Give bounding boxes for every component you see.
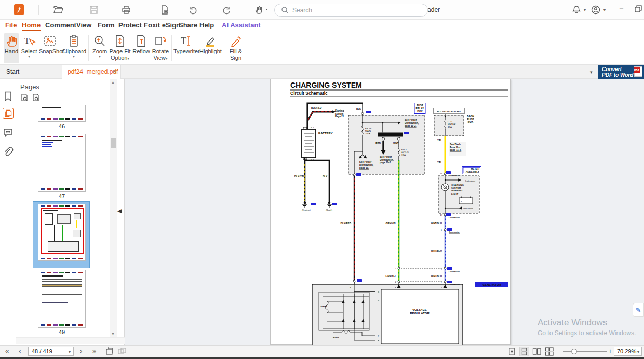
thumbnails-scrollbar[interactable]: ▲ ▼ xyxy=(110,79,117,337)
facing-view-icon[interactable] xyxy=(532,347,542,356)
connector-tag xyxy=(447,267,452,270)
highlight-icon xyxy=(204,34,217,48)
new-window-icon[interactable] xyxy=(105,347,114,356)
rotate-view-button[interactable]: Rotate View▾ xyxy=(151,33,170,63)
menu-foxit-esign[interactable]: Foxit eSign xyxy=(144,21,180,29)
export-page-icon[interactable] xyxy=(159,5,170,15)
snapshot-button[interactable]: SnapShot xyxy=(39,33,61,63)
thumbnail-47[interactable]: 47 xyxy=(32,134,92,199)
svg-text:T: T xyxy=(24,36,30,45)
connector-tag xyxy=(404,132,409,134)
svg-text:T: T xyxy=(181,36,186,46)
page-preview-icon[interactable] xyxy=(20,93,29,102)
single-page-view-icon[interactable] xyxy=(507,347,517,356)
continuous-facing-view-icon[interactable] xyxy=(544,347,554,356)
scrollbar-thumb[interactable] xyxy=(111,138,116,148)
notifications-bell-icon[interactable] xyxy=(571,5,582,15)
menu-comment[interactable]: Comment xyxy=(45,21,76,29)
schematic-label: 1 xyxy=(441,281,442,284)
scroll-up-icon[interactable]: ▲ xyxy=(111,80,115,84)
page-number-input[interactable]: 48 / 419 ▾ xyxy=(28,347,74,356)
thumbnails-hscrollbar[interactable] xyxy=(16,337,125,344)
redo-icon[interactable] xyxy=(221,5,232,15)
restore-button[interactable] xyxy=(635,5,642,13)
caret-down-icon[interactable]: ▾ xyxy=(603,8,606,12)
schematic-label: Connector xyxy=(449,216,460,219)
clipboard-button[interactable]: Clipboard ▾ xyxy=(62,33,86,63)
linked-pages-icon[interactable] xyxy=(117,347,127,356)
account-icon[interactable] xyxy=(591,5,601,15)
fill-sign-button[interactable]: Fill & Sign xyxy=(226,33,245,63)
schematic-label: WHT/BLU xyxy=(431,222,442,225)
close-tab-icon[interactable]: × xyxy=(113,68,116,75)
tab-document[interactable]: pdf24_merged.pdf × xyxy=(62,65,121,79)
pages-panel-icon[interactable] xyxy=(3,108,14,119)
first-page-button[interactable]: « xyxy=(5,347,9,355)
schematic-label: YEL xyxy=(437,139,442,142)
thumbnail-48-selected[interactable]: 48 xyxy=(32,204,92,268)
comments-panel-icon[interactable] xyxy=(3,127,14,138)
schematic-label: WHT/BLU xyxy=(431,250,442,252)
zoom-out-button[interactable]: − xyxy=(556,347,560,355)
caret-down-icon[interactable]: ▾ xyxy=(69,350,71,354)
search-input[interactable] xyxy=(292,5,417,15)
schematic-label: CHARGING SYSTEM xyxy=(290,81,362,89)
search-icon xyxy=(281,6,289,15)
pdf-page[interactable]: +− xyxy=(270,79,511,345)
select-button[interactable]: T Select ▾ xyxy=(20,33,38,63)
thumbnail-46[interactable]: 46 xyxy=(32,105,92,129)
menu-protect[interactable]: Protect xyxy=(118,21,142,29)
thumbnail-number: 49 xyxy=(32,329,92,335)
tab-list-caret-icon[interactable]: ▾ xyxy=(590,70,593,75)
document-area[interactable]: +− xyxy=(125,79,644,345)
menu-help[interactable]: Help xyxy=(199,21,214,29)
zoom-in-button[interactable]: + xyxy=(608,347,612,355)
thumbnail-49[interactable]: 49 xyxy=(32,270,92,335)
zoom-button[interactable]: Zoom ▾ xyxy=(91,33,108,63)
caret-down-icon[interactable]: ▾ xyxy=(637,350,639,354)
highlight-button[interactable]: Highlight xyxy=(199,33,221,63)
menu-form[interactable]: Form xyxy=(98,21,115,29)
open-file-icon[interactable] xyxy=(53,5,63,15)
zoom-slider-track[interactable] xyxy=(563,351,607,352)
status-bar: « ‹ 48 / 419 ▾ › » − + 70.29% ▾ xyxy=(0,345,644,357)
reflow-button[interactable]: Reflow xyxy=(132,33,151,63)
minimize-button[interactable]: − xyxy=(619,4,624,13)
main-area: Pages 46 47 xyxy=(0,79,644,345)
page-fit-option-button[interactable]: Page Fit Option▾ xyxy=(108,33,132,63)
search-box[interactable] xyxy=(274,4,428,17)
page-search-icon[interactable] xyxy=(32,93,40,102)
menu-file[interactable]: File xyxy=(5,21,17,29)
hand-button[interactable]: Hand xyxy=(4,33,19,63)
continuous-view-icon[interactable] xyxy=(519,347,529,356)
schematic-label: YEL xyxy=(437,161,442,164)
convert-pdf-to-word-badge[interactable]: Convert PDF to Word PDF xyxy=(598,65,644,79)
floating-pen-button[interactable]: ✎ xyxy=(633,303,644,317)
zoom-level-input[interactable]: 70.29% ▾ xyxy=(614,347,642,356)
tab-start[interactable]: Start xyxy=(0,65,62,79)
schematic-label: Connector xyxy=(449,174,460,177)
undo-icon[interactable] xyxy=(188,5,198,15)
save-icon[interactable] xyxy=(89,5,99,15)
reflow-icon xyxy=(135,34,148,48)
schematic-label: StartingSystemPage 21 xyxy=(335,109,344,118)
last-page-button[interactable]: » xyxy=(92,347,96,355)
print-icon[interactable] xyxy=(121,5,131,15)
menu-ai-assistant[interactable]: AI Assistant xyxy=(222,21,261,29)
zoom-slider-knob[interactable] xyxy=(571,349,577,354)
caret-down-icon[interactable]: ▾ xyxy=(584,8,586,12)
hand-tool-quick-icon[interactable] xyxy=(253,5,269,15)
taskbar-edge xyxy=(0,357,644,359)
caret-down-icon: ▾ xyxy=(20,54,38,58)
menu-view[interactable]: View xyxy=(76,21,91,29)
collapse-panel-icon[interactable]: ◀ xyxy=(117,208,122,214)
menu-home[interactable]: Home xyxy=(22,21,41,31)
menu-share[interactable]: Share xyxy=(179,21,197,29)
attachments-panel-icon[interactable] xyxy=(3,147,14,158)
bookmarks-panel-icon[interactable] xyxy=(3,91,14,102)
schematic-label: B xyxy=(350,286,351,289)
previous-page-button[interactable]: ‹ xyxy=(19,347,21,355)
scroll-down-icon[interactable]: ▼ xyxy=(111,332,115,336)
typewriter-button[interactable]: T Typewriter xyxy=(173,33,198,63)
next-page-button[interactable]: › xyxy=(80,347,82,355)
